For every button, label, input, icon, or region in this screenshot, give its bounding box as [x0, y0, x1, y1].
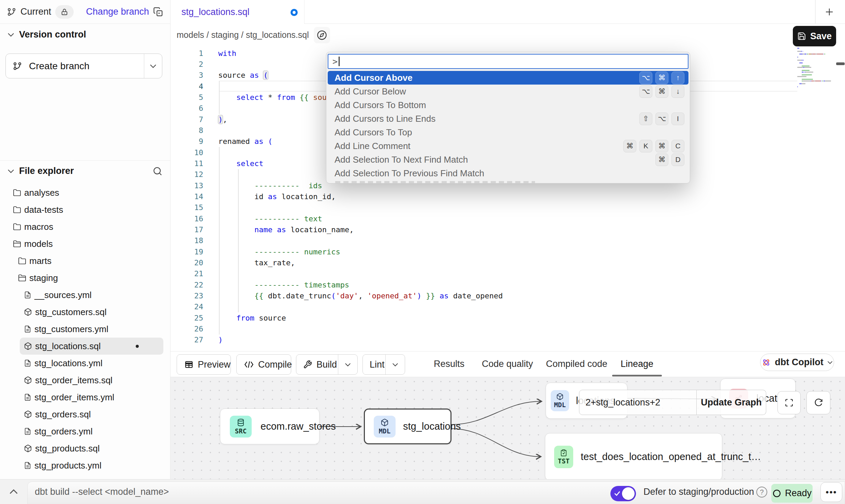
code-line-20[interactable]: 20 tax_rate, — [171, 257, 845, 268]
lineage-node-test[interactable]: TST test_does_location_opened_at_trunc_t… — [545, 433, 722, 479]
panel-tab-compiled-code[interactable]: Compiled code — [546, 352, 607, 376]
file-item-stg_order_items.yml[interactable]: stg_order_items.yml — [0, 389, 170, 406]
file-item-stg_customers.yml[interactable]: stg_customers.yml — [0, 321, 170, 338]
command-label: Add Line Comment — [335, 141, 411, 151]
file-item-analyses[interactable]: analyses — [0, 184, 170, 201]
command-item-add-cursors-to-bottom[interactable]: Add Cursors To Bottom — [328, 98, 688, 112]
version-control-section-header[interactable]: Version control — [8, 29, 86, 40]
file-item-macros[interactable]: macros — [0, 218, 170, 235]
line-number: 21 — [171, 269, 203, 278]
copy-branch-icon[interactable] — [153, 7, 163, 17]
file-item-label: macros — [24, 222, 53, 232]
code-line-14[interactable]: 14 id as location_id, — [171, 191, 845, 202]
code-line-17[interactable]: 17 name as location_name, — [171, 224, 845, 235]
file-item-label: data-tests — [24, 205, 63, 215]
refresh-button[interactable] — [806, 391, 830, 414]
node-label: stg_locations — [403, 421, 461, 432]
change-branch-link[interactable]: Change branch — [86, 6, 149, 17]
command-item-add-cursors-to-line-ends[interactable]: Add Cursors to Line Ends⇧⌥I — [328, 112, 688, 125]
minimap[interactable] — [797, 48, 837, 88]
file-icon — [24, 461, 31, 470]
command-item-add-selection-to-next-find-match[interactable]: Add Selection To Next Find Match⌘D — [328, 153, 688, 166]
collapse-drawer-button[interactable] — [7, 485, 20, 499]
lint-button[interactable]: Lint — [362, 354, 405, 375]
command-palette-input[interactable]: > — [328, 54, 688, 69]
code-line-26[interactable]: 26 — [171, 323, 845, 334]
file-explorer-section-header[interactable]: File explorer — [0, 160, 170, 181]
defer-toggle[interactable] — [610, 486, 636, 501]
create-branch-button[interactable]: Create branch — [5, 54, 162, 78]
line-number: 16 — [171, 214, 203, 223]
preview-button[interactable]: Preview — [177, 354, 231, 375]
code-line-24[interactable]: 24 — [171, 301, 845, 312]
code-line-23[interactable]: 23 {{ dbt.date_trunc('day', 'opened_at')… — [171, 290, 845, 301]
folder-icon — [13, 189, 21, 197]
key-chip: I — [671, 113, 684, 125]
file-item-staging[interactable]: staging — [0, 269, 170, 286]
new-tab-button[interactable] — [821, 4, 837, 20]
command-item-add-line-comment[interactable]: Add Line Comment⌘K⌘C — [328, 139, 688, 153]
folder-open-icon — [18, 274, 26, 282]
line-number: 2 — [171, 60, 203, 69]
code-line-15[interactable]: 15 — [171, 202, 845, 213]
build-dropdown[interactable] — [338, 355, 357, 374]
file-item-stg_products.yml[interactable]: stg_products.yml — [0, 457, 170, 474]
compile-button[interactable]: Compile — [236, 354, 291, 375]
code-line-19[interactable]: 19 ---------- numerics — [171, 246, 845, 257]
minimap-slider[interactable] — [836, 62, 845, 65]
search-icon[interactable] — [152, 166, 163, 176]
file-item-models[interactable]: models — [0, 235, 170, 252]
line-number: 6 — [171, 104, 203, 113]
more-options-button[interactable]: ••• — [820, 482, 842, 502]
code-line-22[interactable]: 22 ---------- timestamps — [171, 279, 845, 290]
lineage-selector-input[interactable]: 2+stg_locations+2 — [579, 390, 697, 415]
dbt-copilot-button[interactable]: dbt Copilot — [760, 354, 834, 371]
panel-tab-results[interactable]: Results — [434, 352, 464, 376]
file-item-stg_orders.sql[interactable]: stg_orders.sql — [0, 406, 170, 423]
help-icon[interactable]: ? — [756, 487, 767, 498]
dbt-command-text[interactable]: dbt build --select <model_name> — [35, 479, 169, 504]
update-graph-button[interactable]: Update Graph — [697, 390, 766, 415]
file-item-stg_locations.yml[interactable]: stg_locations.yml — [0, 355, 170, 372]
file-item-__sources.yml[interactable]: __sources.yml — [0, 286, 170, 303]
build-button[interactable]: Build — [296, 354, 358, 375]
code-line-25[interactable]: 25 from source — [171, 312, 845, 323]
lineage-node-stg-locations[interactable]: MDL stg_locations — [364, 409, 451, 444]
line-number: 4 — [171, 82, 203, 91]
command-item-add-selection-to-previous-find-match[interactable]: Add Selection To Previous Find Match — [328, 166, 688, 180]
active-tab-underline — [612, 375, 662, 376]
tab-stg-locations-sql[interactable]: stg_locations.sql — [171, 0, 305, 24]
code-line-16[interactable]: 16 ---------- text — [171, 213, 845, 224]
code-line-21[interactable]: 21 — [171, 268, 845, 279]
fullscreen-button[interactable] — [777, 391, 801, 414]
command-item-add-cursor-above[interactable]: Add Cursor Above⌥⌘↑ — [328, 71, 688, 85]
line-content: renamed as ( — [218, 137, 272, 146]
modified-dot — [136, 345, 139, 348]
file-item-stg_orders.yml[interactable]: stg_orders.yml — [0, 423, 170, 440]
file-item-stg_customers.sql[interactable]: stg_customers.sql — [0, 303, 170, 321]
create-branch-dropdown[interactable] — [144, 54, 162, 78]
command-item-add-cursors-to-top[interactable]: Add Cursors To Top — [328, 125, 688, 139]
chevron-down-icon — [827, 361, 833, 364]
file-item-stg_locations.sql[interactable]: stg_locations.sql — [20, 338, 163, 355]
line-number: 12 — [171, 170, 203, 179]
line-content: ---------- text — [218, 214, 322, 223]
panel-tab-lineage[interactable]: Lineage — [621, 352, 653, 376]
chevron-down-icon — [8, 33, 14, 37]
file-item-data-tests[interactable]: data-tests — [0, 201, 170, 218]
file-item-stg_products.sql[interactable]: stg_products.sql — [0, 440, 170, 457]
lineage-node-source[interactable]: SRC ecom.raw_stores — [220, 409, 320, 444]
code-line-27[interactable]: 27) — [171, 335, 845, 345]
code-line-18[interactable]: 18 — [171, 235, 845, 246]
command-item-add-cursor-below[interactable]: Add Cursor Below⌥⌘↓ — [328, 85, 688, 98]
lint-dropdown[interactable] — [385, 355, 405, 374]
panel-tab-code-quality[interactable]: Code quality — [482, 352, 533, 376]
command-label: Add Selection To Next Find Match — [335, 154, 468, 165]
file-item-stg_order_items.sql[interactable]: stg_order_items.sql — [0, 372, 170, 389]
file-item-marts[interactable]: marts — [0, 252, 170, 269]
lineage-graph-panel[interactable]: MDL locations locations SRC ecom.raw_sto… — [171, 377, 845, 479]
explore-lineage-button[interactable] — [314, 27, 330, 43]
git-branch-icon — [13, 61, 22, 71]
file-item-label: stg_customers.sql — [35, 307, 107, 317]
save-button[interactable]: Save — [793, 26, 836, 46]
